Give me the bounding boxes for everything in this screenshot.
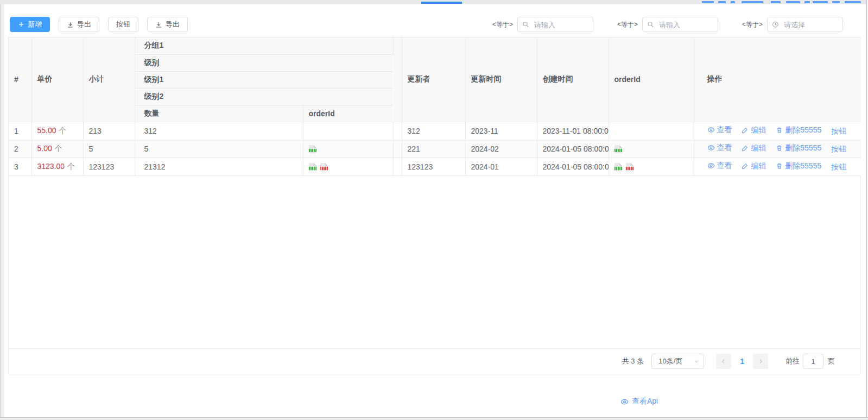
plus-icon (18, 21, 24, 28)
goto-page-input[interactable] (803, 354, 823, 369)
plain-button[interactable]: 按钮 (108, 17, 138, 32)
price-value: 3123.00 (37, 162, 65, 171)
current-page-number[interactable]: 1 (740, 357, 744, 366)
view-action-link[interactable]: 查看 (707, 125, 732, 135)
chevron-left-icon (720, 358, 727, 365)
filter-operator-label[interactable]: <等于> (492, 20, 513, 29)
table-row[interactable]: 1 55.00个 213 312 312 2023-11 2023-11-01 … (9, 122, 861, 140)
page-unit-label: 页 (828, 356, 835, 366)
subtotal-cell: 123123 (83, 158, 135, 175)
table-row[interactable]: 2 5.00个 5 5 221 2024-02 2024-01-05 08:00… (9, 140, 861, 158)
excel-file-icon[interactable] (614, 145, 622, 153)
price-unit: 个 (59, 126, 67, 135)
unit-price-cell: 55.00个 (31, 122, 83, 140)
row-index-cell: 3 (9, 158, 31, 175)
header-level2: 级别2 (135, 88, 393, 105)
trash-icon (776, 127, 783, 134)
delete-action-link[interactable]: 删除55555 (776, 143, 821, 153)
header-unit-price: 单价 (31, 37, 83, 122)
total-count-label: 共 3 条 (622, 356, 644, 366)
next-page-button[interactable] (753, 354, 768, 369)
export-button-1-label: 导出 (77, 20, 91, 29)
quantity-cell: 312 (135, 122, 303, 140)
header-level: 级别 (135, 54, 393, 71)
gutter-cell (393, 158, 402, 175)
export-button-1[interactable]: 导出 (59, 17, 99, 32)
delete-action-link[interactable]: 删除55555 (776, 126, 821, 135)
row-index-cell: 1 (9, 122, 31, 140)
pen-icon (742, 127, 749, 134)
button-action-link[interactable]: 按钮 (831, 162, 846, 172)
excel-file-icon[interactable] (309, 163, 316, 171)
price-unit: 个 (55, 144, 62, 153)
create-time-cell: 2024-01-05 08:00:00 (537, 140, 609, 158)
updater-cell: 221 (402, 140, 465, 158)
header-gutter (393, 37, 402, 122)
left-frame-bar (0, 4, 4, 417)
chevron-down-icon (693, 358, 700, 365)
header-updater: 更新者 (402, 37, 465, 122)
filter-group-1: <等于> (492, 17, 593, 32)
search-icon (522, 21, 529, 28)
filter-operator-label[interactable]: <等于> (617, 20, 638, 29)
eye-icon (707, 162, 715, 170)
order-id-cell (609, 140, 694, 158)
grid-header: # 单价 小计 分组1 更新者 更新时间 创建时间 orderId 操作 级别 … (9, 37, 861, 122)
actions-cell: 查看 编辑 删除55555 按钮 (694, 122, 861, 140)
order-id-sub-cell (303, 140, 393, 158)
header-actions: 操作 (694, 37, 861, 122)
button-action-link[interactable]: 按钮 (831, 127, 846, 136)
plain-button-label: 按钮 (116, 20, 130, 29)
export-button-2[interactable]: 导出 (147, 17, 188, 32)
updater-cell: 123123 (402, 158, 465, 175)
excel-file-icon[interactable] (309, 145, 316, 153)
subtotal-cell: 5 (83, 140, 135, 158)
header-create-time: 创建时间 (537, 37, 609, 122)
quantity-cell: 5 (135, 140, 303, 158)
excel-file-icon[interactable] (614, 163, 622, 171)
page-content: 新增 导出 按钮 导出 <等于> (4, 4, 866, 417)
edit-action-link[interactable]: 编辑 (742, 161, 766, 171)
gutter-cell (393, 122, 402, 140)
order-id-sub-cell (303, 158, 393, 175)
pdf-file-icon[interactable] (626, 163, 633, 171)
delete-action-link[interactable]: 删除55555 (776, 161, 821, 171)
add-button-label: 新增 (28, 20, 42, 29)
download-icon (155, 21, 162, 28)
actions-cell: 查看 编辑 删除55555 按钮 (694, 158, 861, 175)
view-action-link[interactable]: 查看 (707, 143, 732, 153)
create-time-cell: 2024-01-05 08:00:00 (537, 158, 609, 175)
clock-icon (772, 21, 779, 28)
update-time-cell: 2024-01 (465, 158, 537, 175)
view-api-label: 查看Api (632, 397, 658, 406)
filter-operator-label[interactable]: <等于> (742, 20, 763, 29)
table-row[interactable]: 3 3123.00个 123123 21312 123123 2024-01 2… (9, 158, 861, 175)
edit-action-link[interactable]: 编辑 (742, 126, 766, 135)
trash-icon (776, 145, 783, 152)
gutter-cell (393, 140, 402, 158)
pdf-file-icon[interactable] (320, 163, 328, 171)
header-index: # (9, 37, 31, 122)
button-action-link[interactable]: 按钮 (831, 145, 846, 154)
update-time-cell: 2023-11 (465, 122, 537, 140)
header-quantity: 数量 (135, 105, 303, 122)
top-frame-bar (0, 0, 868, 4)
price-value: 55.00 (37, 126, 56, 135)
update-time-cell: 2024-02 (465, 140, 537, 158)
view-action-link[interactable]: 查看 (707, 161, 732, 171)
edit-action-link[interactable]: 编辑 (742, 143, 766, 153)
header-order-id: orderId (609, 37, 694, 122)
page-size-select[interactable]: 10条/页 (651, 354, 704, 369)
price-unit: 个 (67, 162, 75, 171)
pagination-bar: 共 3 条 10条/页 1 前往 页 (9, 348, 860, 374)
actions-cell: 查看 编辑 删除55555 按钮 (694, 140, 861, 158)
search-icon (647, 21, 654, 28)
order-id-sub-cell (303, 122, 393, 140)
header-update-time: 更新时间 (465, 37, 537, 122)
header-group1: 分组1 (135, 37, 393, 54)
add-button[interactable]: 新增 (10, 17, 50, 32)
header-order-id-sub: orderId (303, 105, 393, 122)
order-id-cell (609, 158, 694, 175)
view-api-link[interactable]: 查看Api (620, 397, 658, 406)
prev-page-button[interactable] (716, 354, 731, 369)
